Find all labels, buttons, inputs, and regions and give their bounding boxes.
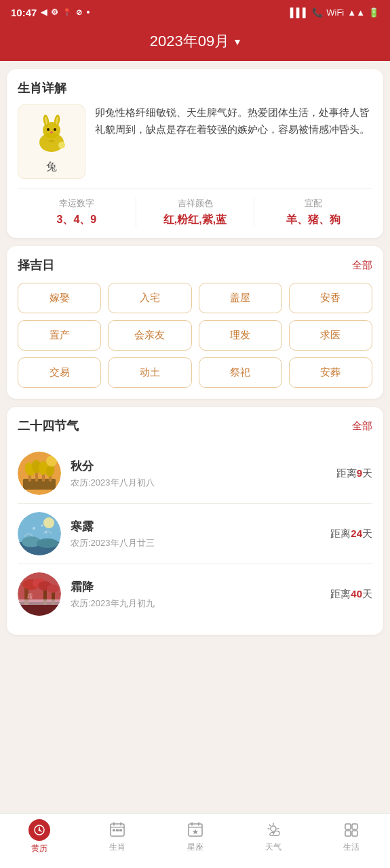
jiji-tag-button[interactable]: 动土 [108,357,191,388]
jiji-section-header: 择吉日 全部 [18,257,372,273]
zodiac-description: 卯兔性格纤细敏锐、天生脾气好。热爱团体生活，处事待人皆礼貌周到，缺点是存在着较强… [95,104,372,138]
svg-point-44 [38,829,40,831]
call-icon: 📞 [312,7,323,18]
status-time: 10:47 [11,7,37,18]
jieqi-card: 二十四节气 全部 秋分 农历:2023年八月初八 距离9天 [7,407,383,635]
jieqi-date-2: 农历:2023年九月初九 [71,597,321,610]
jieqi-date-0: 农历:2023年八月初八 [71,477,327,489]
jieqi-info-1: 寒露 农历:2023年八月廿三 [71,519,321,549]
signal-bars-icon: ▌▌▌ [290,7,309,18]
nav-shenghuo-label: 生活 [343,842,359,853]
nav-tianqi-icon [264,821,283,840]
bottom-nav: 黄历 生肖 星座 [0,813,390,868]
svg-point-10 [58,142,65,149]
svg-point-29 [41,525,43,527]
jieqi-days-1: 距离24天 [330,528,372,540]
battery-icon: 🔋 [368,7,379,18]
jiji-all-button[interactable]: 全部 [352,259,372,272]
lucky-match-value: 羊、猪、狗 [254,213,372,227]
svg-point-27 [43,517,54,528]
svg-rect-64 [352,824,357,829]
nav-shengxiao-label: 生肖 [109,842,125,853]
nav-item-xingzuo[interactable]: 星座 [175,821,216,853]
svg-rect-66 [352,831,357,836]
jiji-card: 择吉日 全部 嫁娶入宅盖屋安香置产会亲友理发求医交易动土祭祀安葬 [7,246,383,399]
jiji-tag-button[interactable]: 安葬 [289,357,372,388]
zodiac-rabbit-image [28,110,75,157]
nav-xingzuo-icon [186,821,205,840]
block-icon: ⊘ [76,8,82,17]
svg-line-62 [269,825,270,825]
nav-huangli-label: 黄历 [31,843,47,854]
jieqi-days-0: 距离9天 [336,467,372,480]
jiji-tag-button[interactable]: 嫁娶 [18,283,101,313]
jieqi-name-2: 霜降 [71,579,321,595]
nav-item-shenghuo[interactable]: 生活 [331,821,372,853]
jieqi-days-2: 距离40天 [330,588,372,601]
jieqi-info-0: 秋分 农历:2023年八月初八 [71,458,327,489]
svg-rect-49 [113,829,115,831]
lucky-info-row: 幸运数字 3、4、9 吉祥颜色 红,粉红,紫,蓝 宜配 羊、猪、狗 [18,189,372,227]
jieqi-info-2: 霜降 农历:2023年九月初九 [71,579,321,610]
lucky-number-label: 幸运数字 [18,197,136,210]
jieqi-list-item[interactable]: 霜 霜降 农历:2023年九月初九 距离40天 [18,564,372,624]
nav-tianqi-label: 天气 [265,842,281,853]
nav-item-huangli[interactable]: 黄历 [19,819,60,854]
lucky-match-label: 宜配 [254,197,372,210]
svg-point-8 [54,128,56,131]
jiji-tag-button[interactable]: 盖屋 [199,283,282,313]
jieqi-list-item[interactable]: 秋分 农历:2023年八月初八 距离9天 [18,443,372,504]
jieqi-days-num-2: 40 [351,588,362,599]
svg-point-9 [50,131,53,133]
main-content: 生肖详解 [0,61,390,698]
location-icon: 📍 [62,8,72,17]
jiji-tag-button[interactable]: 入宅 [108,283,191,313]
jieqi-section-header: 二十四节气 全部 [18,418,372,434]
svg-text:霜: 霜 [27,593,33,599]
lucky-number-item: 幸运数字 3、4、9 [18,197,136,227]
svg-point-28 [33,527,35,530]
svg-marker-56 [192,829,198,835]
lucky-color-value: 红,粉红,紫,蓝 [136,213,254,227]
jiji-tag-button[interactable]: 理发 [199,320,282,351]
status-time-area: 10:47 ◀ ⚙ 📍 ⊘ • [11,7,90,18]
zodiac-section-title: 生肖详解 [18,80,372,96]
jiji-tag-button[interactable]: 祭祀 [199,357,282,388]
jieqi-days-num-1: 24 [351,528,362,539]
nav-item-tianqi[interactable]: 天气 [253,821,294,853]
lucky-color-label: 吉祥颜色 [136,197,254,210]
jieqi-list-item[interactable]: 寒露 农历:2023年八月廿三 距离24天 [18,504,372,564]
jieqi-image-1 [18,512,61,555]
jieqi-all-button[interactable]: 全部 [352,420,372,433]
svg-rect-63 [345,824,351,829]
nav-shengxiao-icon [108,821,127,840]
dot-icon: • [86,7,90,18]
wifi-icon: WiFi [326,7,344,18]
jieqi-name-1: 寒露 [71,519,321,534]
svg-rect-65 [345,831,351,836]
jiji-tag-button[interactable]: 会亲友 [108,320,191,351]
svg-point-40 [47,585,59,593]
network-icon: ▲▲ [347,7,365,18]
jiji-tag-button[interactable]: 求医 [289,320,372,351]
jieqi-date-1: 农历:2023年八月廿三 [71,537,321,549]
header-title: 2023年09月 [150,31,229,52]
navigation-icon: ◀ [41,7,47,17]
nav-item-shengxiao[interactable]: 生肖 [97,821,138,853]
header[interactable]: 2023年09月 ▾ [0,24,390,61]
zodiac-card: 生肖详解 [7,69,383,238]
svg-rect-50 [116,829,119,831]
jiji-tag-button[interactable]: 交易 [18,357,101,388]
svg-point-30 [45,532,47,534]
jieqi-section-title: 二十四节气 [18,418,79,434]
jiji-tag-button[interactable]: 安香 [289,283,372,313]
settings-icon: ⚙ [51,7,58,17]
nav-xingzuo-label: 星座 [187,842,203,853]
lucky-match-item: 宜配 羊、猪、狗 [254,197,372,227]
svg-point-26 [37,538,58,548]
dropdown-arrow-icon: ▾ [235,35,240,48]
zodiac-image-box: 兔 [18,104,85,179]
jiji-tag-button[interactable]: 置产 [18,320,101,351]
jiji-tags-grid: 嫁娶入宅盖屋安香置产会亲友理发求医交易动土祭祀安葬 [18,283,372,388]
jieqi-image-2: 霜 [18,572,61,616]
